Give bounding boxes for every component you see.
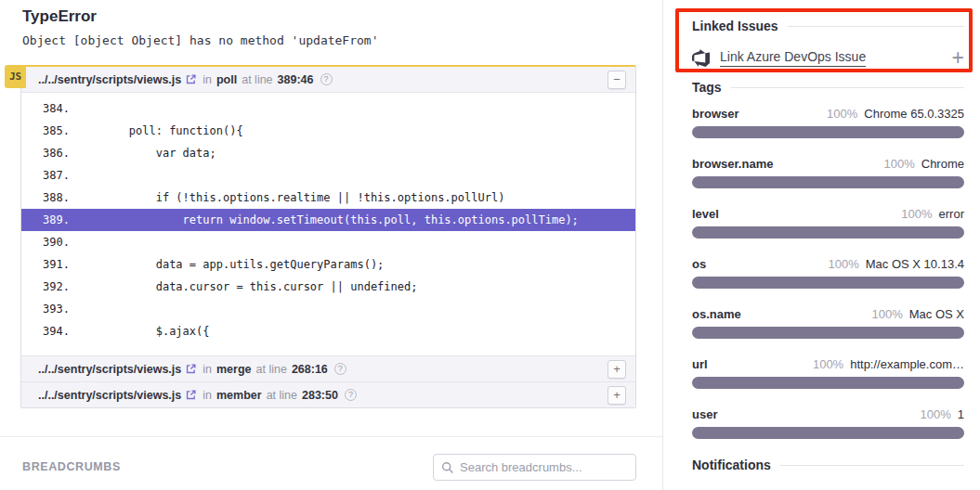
section-divider xyxy=(0,436,662,437)
code-line: 385. poll: function(){ xyxy=(21,120,635,142)
tag-value: Chrome xyxy=(921,157,964,171)
notifications-heading: Notifications xyxy=(692,458,964,472)
tag-list: browser100%Chrome 65.0.3325 browser.name… xyxy=(692,107,964,439)
tag-value: 1 xyxy=(958,407,964,421)
tag-percent: 100% xyxy=(813,357,843,371)
linked-issues-heading-label: Linked Issues xyxy=(692,19,778,33)
line-number: 389. xyxy=(43,209,75,231)
search-input[interactable] xyxy=(460,460,628,474)
sidebar: Linked Issues Link Azure DevOps Issue + … xyxy=(675,0,971,472)
tags-heading: Tags xyxy=(692,80,964,95)
heading-rule xyxy=(780,465,964,466)
line-number: 386. xyxy=(43,142,75,164)
frame-filename[interactable]: ../../sentry/scripts/views.js xyxy=(38,73,181,86)
tags-heading-label: Tags xyxy=(692,80,722,95)
line-number: 392. xyxy=(43,276,75,298)
tag-name: user xyxy=(692,407,717,421)
tag-distribution-bar[interactable] xyxy=(692,226,964,239)
tag-name: url xyxy=(692,357,708,371)
line-number: 390. xyxy=(43,231,75,253)
stack-frame-member[interactable]: ../../sentry/scripts/views.js in member … xyxy=(21,381,635,407)
frame-function: member xyxy=(216,389,262,402)
error-message: Object [object Object] has no method 'up… xyxy=(22,33,379,47)
stack-frame-merge[interactable]: ../../sentry/scripts/views.js in merge a… xyxy=(21,355,635,381)
question-circle-icon[interactable]: ? xyxy=(334,363,346,375)
external-link-icon[interactable] xyxy=(186,364,196,374)
tag-value: Chrome 65.0.3325 xyxy=(864,107,964,121)
tag-distribution-bar[interactable] xyxy=(692,176,964,188)
issue-detail-page: TypeError Object [object Object] has no … xyxy=(0,0,980,490)
code-text: poll: function(){ xyxy=(75,120,243,142)
tag-distribution-bar[interactable] xyxy=(692,427,964,439)
tag-name: browser.name xyxy=(692,157,773,171)
question-circle-icon[interactable]: ? xyxy=(320,73,333,85)
stack-frame-poll[interactable]: ../../sentry/scripts/views.js in poll at… xyxy=(21,67,635,93)
tag-distribution-bar[interactable] xyxy=(692,327,964,339)
external-link-icon[interactable] xyxy=(186,74,196,84)
tag-percent: 100% xyxy=(827,107,857,121)
line-number: 394. xyxy=(43,320,75,342)
linked-issues-heading: Linked Issues xyxy=(692,0,964,33)
plus-icon[interactable]: + xyxy=(952,48,964,67)
code-text: data.cursor = this.cursor || undefined; xyxy=(75,276,417,298)
azure-devops-icon xyxy=(692,49,710,67)
code-line: 390. xyxy=(21,231,635,253)
tag-row-browser: browser100%Chrome 65.0.3325 xyxy=(692,107,964,138)
line-number: 387. xyxy=(43,164,75,187)
js-language-badge: JS xyxy=(5,65,26,88)
breadcrumbs-heading: BREADCRUMBS xyxy=(22,460,121,473)
code-line: 393. xyxy=(21,298,635,320)
tag-row-browser-name: browser.name100%Chrome xyxy=(692,157,964,188)
code-line: 392. data.cursor = this.cursor || undefi… xyxy=(21,276,635,298)
tag-distribution-bar[interactable] xyxy=(692,126,964,138)
tag-row-url: url100%http://example.com… xyxy=(692,357,964,389)
frame-in-label: in xyxy=(203,73,212,86)
link-azure-devops-row[interactable]: Link Azure DevOps Issue + xyxy=(692,45,964,70)
frame-function: poll xyxy=(216,73,237,86)
tag-value: Mac OS X 10.13.4 xyxy=(866,257,964,271)
tag-percent: 100% xyxy=(872,307,903,321)
tag-percent: 100% xyxy=(921,407,951,421)
tag-value: http://example.com… xyxy=(850,357,964,371)
tag-row-os-name: os.name100%Mac OS X xyxy=(692,307,964,339)
question-circle-icon[interactable]: ? xyxy=(345,389,357,401)
tag-distribution-bar[interactable] xyxy=(692,277,964,289)
tag-name: browser xyxy=(692,107,739,121)
vertical-divider xyxy=(662,0,663,490)
line-number: 393. xyxy=(43,298,75,320)
search-icon xyxy=(441,461,454,474)
frame-atline-label: at line xyxy=(242,73,272,86)
frame-line-number: 283:50 xyxy=(302,389,338,402)
code-text: var data; xyxy=(75,142,216,164)
code-line-highlighted: 389. return window.setTimeout(this.poll,… xyxy=(21,209,635,231)
page-title: TypeError xyxy=(22,7,97,26)
frame-in-label: in xyxy=(203,363,212,376)
frame-line-number: 268:16 xyxy=(292,363,328,376)
tag-value: Mac OS X xyxy=(909,307,964,321)
breadcrumbs-search[interactable] xyxy=(433,454,636,481)
frame-filename[interactable]: ../../sentry/scripts/views.js xyxy=(38,389,181,402)
external-link-icon[interactable] xyxy=(186,390,196,400)
tag-row-level: level100%error xyxy=(692,207,964,239)
tag-row-user: user100%1 xyxy=(692,407,964,439)
line-number: 388. xyxy=(43,187,75,209)
notifications-heading-label: Notifications xyxy=(692,458,771,472)
frame-atline-label: at line xyxy=(267,389,297,402)
code-text: $.ajax({ xyxy=(75,320,210,342)
expand-frame-button[interactable]: + xyxy=(608,360,626,379)
code-snippet: 384. 385. poll: function(){ 386. var dat… xyxy=(21,93,635,355)
tag-distribution-bar[interactable] xyxy=(692,377,964,389)
frame-filename[interactable]: ../../sentry/scripts/views.js xyxy=(38,363,181,376)
tag-percent: 100% xyxy=(901,207,932,221)
code-line: 394. $.ajax({ xyxy=(21,320,635,342)
tag-name: os xyxy=(692,257,706,271)
expand-frame-button[interactable]: + xyxy=(608,386,626,405)
link-azure-devops-issue-link[interactable]: Link Azure DevOps Issue xyxy=(720,49,866,67)
stacktrace-panel: JS ../../sentry/scripts/views.js in poll… xyxy=(20,65,636,408)
code-line: 387. xyxy=(21,164,635,187)
heading-rule xyxy=(731,87,964,88)
collapse-frame-button[interactable]: − xyxy=(608,71,626,89)
tag-value: error xyxy=(939,207,964,221)
frame-function: merge xyxy=(216,363,252,376)
line-number: 385. xyxy=(43,120,75,142)
